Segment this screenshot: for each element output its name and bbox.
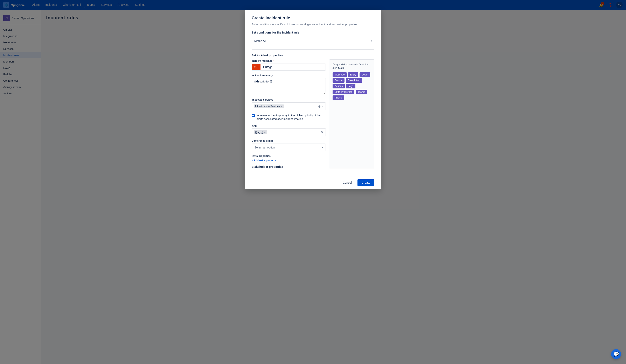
extra-properties-section: Extra properties + Add extra property [252,155,326,162]
conditions-section-title: Set conditions for the incident rule [252,31,374,34]
modal-title: Create incident rule [252,16,374,20]
add-extra-property-link[interactable]: + Add extra property [252,159,326,162]
dynamic-fields-title: Drag and drop dynamic fields into alert … [333,63,371,70]
match-all-select-wrapper: Match All Match Any [252,37,374,45]
priority-label: P1 [254,66,257,68]
dynamic-tags-container: Message Entity Count Source Description … [333,72,371,100]
dynamic-tag-count[interactable]: Count [359,72,370,77]
incident-message-label: Incident message * [252,60,326,62]
match-all-group: Match All Match Any [252,37,374,45]
incident-message-input[interactable] [261,64,326,70]
services-clear-button[interactable]: ⊗ [318,104,321,108]
tags-group: Tags {{tags}} ✕ ⊗ [252,124,326,136]
properties-left: Incident message * P1 ▾ Incident summa [252,60,326,168]
conference-bridge-select[interactable]: Select an option [252,144,326,151]
tags-clear-button[interactable]: ⊗ [321,131,323,134]
services-dropdown-icon[interactable]: ▾ [322,105,323,108]
incident-message-group: Incident message * P1 ▾ [252,60,326,70]
service-chip: Infrastructure Services ✕ [254,104,284,108]
modal-body: Create incident rule Enter conditions to… [245,10,381,176]
incident-summary-label: Incident summary [252,74,326,77]
impacted-services-wrapper[interactable]: Infrastructure Services ✕ ⊗ ▾ [252,102,326,110]
dynamic-tag-priority[interactable]: Priority [333,96,344,100]
service-chip-label: Infrastructure Services [255,105,280,108]
priority-checkbox-row: Increase incident's priority to the high… [252,114,326,121]
create-incident-rule-modal: Create incident rule Enter conditions to… [245,10,381,189]
priority-chevron-icon: ▾ [257,66,258,68]
tag-chip-close-icon[interactable]: ✕ [264,131,266,134]
impacted-services-group: Impacted services Infrastructure Service… [252,98,326,110]
tags-label: Tags [252,124,326,127]
dynamic-tag-entity[interactable]: Entity [348,72,358,77]
modal-footer: Cancel Create [245,176,381,189]
create-button[interactable]: Create [357,179,374,186]
match-all-select[interactable]: Match All Match Any [252,37,374,45]
dynamic-tag-tags[interactable]: Tags [346,84,355,88]
tag-chip: {{tags}} ✕ [254,130,267,134]
conference-bridge-group: Conference bridge Select an option [252,139,326,151]
service-chip-close-icon[interactable]: ✕ [281,105,282,108]
section-divider-1 [252,49,374,50]
chat-widget-button[interactable]: 💬 [611,349,621,359]
required-indicator: * [273,60,274,62]
priority-checkbox-label: Increase incident's priority to the high… [257,114,326,121]
conference-bridge-select-wrapper: Select an option [252,144,326,151]
incident-summary-textarea[interactable]: {{description}} [252,78,326,94]
extra-properties-label: Extra properties [252,155,326,158]
incident-summary-group: Incident summary {{description}} [252,74,326,95]
cancel-button[interactable]: Cancel [339,179,355,186]
priority-checkbox[interactable] [252,114,255,117]
services-right-controls: ⊗ ▾ [318,104,323,108]
modal-overlay: Create incident rule Enter conditions to… [0,0,626,364]
properties-row: Incident message * P1 ▾ Incident summa [252,60,374,168]
priority-badge[interactable]: P1 ▾ [252,64,261,70]
tag-chip-label: {{tags}} [255,131,263,134]
dynamic-tag-message[interactable]: Message [333,72,347,77]
stakeholder-properties-title: Stakeholder properties [252,165,326,168]
dynamic-tag-extra-properties[interactable]: Extra Properties [333,90,354,94]
dynamic-tag-teams[interactable]: Teams [356,90,367,94]
modal-subtitle: Enter conditions to specify which alerts… [252,23,374,26]
incident-message-row: P1 ▾ [252,64,326,70]
impacted-services-label: Impacted services [252,98,326,101]
dynamic-tag-description[interactable]: Description [346,78,362,83]
dynamic-tag-actions[interactable]: Actions [333,84,345,88]
tags-input-wrapper[interactable]: {{tags}} ✕ ⊗ [252,128,326,136]
dynamic-tag-source[interactable]: Source [333,78,345,83]
properties-section-title: Set incident properties [252,54,374,57]
conference-bridge-label: Conference bridge [252,139,326,142]
dynamic-fields-panel: Drag and drop dynamic fields into alert … [329,60,374,168]
